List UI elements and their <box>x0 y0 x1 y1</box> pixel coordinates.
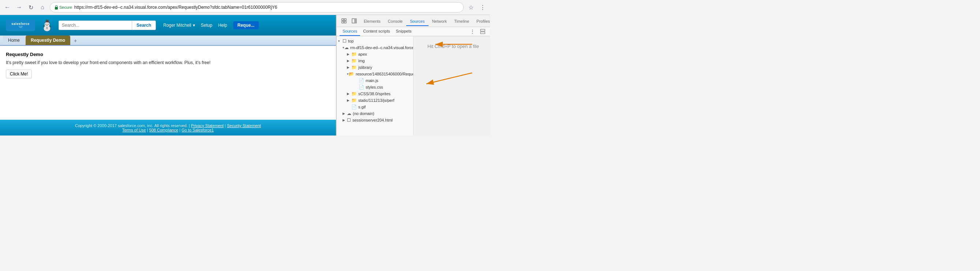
sf-footer-privacy[interactable]: Privacy Statement <box>191 123 224 128</box>
reload-button[interactable]: ↻ <box>26 3 35 12</box>
svg-rect-0 <box>55 7 58 10</box>
tree-label-scss: sCSS/38.0/sprites <box>358 92 390 96</box>
sf-footer-508[interactable]: 508 Compliance <box>149 128 178 132</box>
sources-right-panel: Hit Cmd+P to open a file <box>414 36 490 136</box>
browser-chrome: ← → ↻ ⌂ Secure https://rm-df15-dev-ed--c… <box>0 0 490 15</box>
tree-item-static[interactable]: ▶ 📁 static/111213/js/perf <box>337 97 413 104</box>
file-icon-stylescss: 📄 <box>359 84 364 90</box>
sf-tab-home[interactable]: Home <box>3 35 25 45</box>
tree-arrow-apex: ▶ <box>347 53 351 56</box>
tree-item-nodomain[interactable]: ▶ ☁ (no domain) <box>337 110 413 117</box>
address-bar[interactable]: Secure https://rm-df15-dev-ed--c.na34.vi… <box>50 2 464 13</box>
sf-search-container: Search <box>59 21 156 30</box>
forward-button[interactable]: → <box>14 3 24 12</box>
tree-arrow-session: ▶ <box>342 118 347 122</box>
folder-icon-img: 📁 <box>351 58 357 63</box>
devtools-toolbar-icons <box>338 15 360 27</box>
sf-footer-security[interactable]: Security Statement <box>227 123 261 128</box>
sf-footer-terms[interactable]: Terms of Use <box>122 128 146 132</box>
sources-body: ▾ ☐ top ▾ ☁ rm-df15-dev-ed--c.na34.visua… <box>337 36 490 136</box>
tree-arrow-nodomain: ▶ <box>342 112 347 115</box>
sources-tree: ▾ ☐ top ▾ ☁ rm-df15-dev-ed--c.na34.visua… <box>337 36 414 136</box>
tree-label-jslibrary: jslibrary <box>358 65 372 70</box>
devtools-tab-elements[interactable]: Elements <box>360 17 384 26</box>
tree-item-mainjs[interactable]: ▶ 📄 main.js <box>337 77 413 84</box>
cloud-icon-nodomain: ☁ <box>347 111 351 116</box>
tree-label-stylescss: styles.css <box>366 85 383 89</box>
devtools-inspect-icon[interactable] <box>340 16 348 25</box>
sf-search-input[interactable] <box>59 21 132 30</box>
settings-icon[interactable]: ⋮ <box>478 3 487 12</box>
tree-arrow-scss: ▶ <box>347 92 351 96</box>
tree-item-resource[interactable]: ▾ 📂 resource/1486315406000/RequestlyDemo <box>337 71 413 77</box>
devtools-tabs: Elements Console Sources Network Timelin… <box>360 16 490 26</box>
tree-arrow-top: ▾ <box>338 39 342 43</box>
lock-icon <box>54 5 58 10</box>
folder-icon-static: 📁 <box>351 98 357 103</box>
sources-tab-icons: ⋮ <box>468 27 487 36</box>
tree-label-session: sessionserver204.html <box>352 118 393 122</box>
svg-rect-3 <box>342 21 344 23</box>
sources-layout-icon[interactable] <box>478 27 487 36</box>
sf-nav-help[interactable]: Help <box>218 23 227 28</box>
tree-item-scss[interactable]: ▶ 📁 sCSS/38.0/sprites <box>337 91 413 97</box>
sources-menu-icon[interactable]: ⋮ <box>468 27 477 36</box>
folder-icon-top: ☐ <box>342 38 347 43</box>
tree-item-apex[interactable]: ▶ 📁 apex <box>337 51 413 57</box>
tree-item-session[interactable]: ▶ ☐ sessionserver204.html <box>337 117 413 123</box>
devtools-tab-profiles[interactable]: Profiles <box>473 17 490 26</box>
svg-rect-6 <box>354 19 356 23</box>
home-button[interactable]: ⌂ <box>38 3 47 12</box>
bookmark-icon[interactable]: ☆ <box>466 3 476 12</box>
tree-item-sgif[interactable]: ▶ 📄 s.gif <box>337 104 413 110</box>
tree-item-stylescss[interactable]: ▶ 📄 styles.css <box>337 84 413 91</box>
folder-icon-apex: 📁 <box>351 52 357 57</box>
sources-tab-sources[interactable]: Sources <box>340 27 360 36</box>
devtools-tab-sources[interactable]: Sources <box>406 17 428 26</box>
tree-label-apex: apex <box>358 52 367 56</box>
svg-rect-1 <box>342 19 344 21</box>
secure-label: Secure <box>59 5 72 10</box>
devtools-tab-network[interactable]: Network <box>428 17 450 26</box>
tree-item-top[interactable]: ▾ ☐ top <box>337 38 413 44</box>
sf-page-title: Requestly Demo <box>6 52 330 57</box>
file-icon-sgif: 📄 <box>351 104 357 110</box>
annotation-arrows <box>414 36 490 136</box>
url-text: https://rm-df15-dev-ed--c.na34.visual.fo… <box>74 5 459 10</box>
tree-label-mainjs: main.js <box>366 78 379 83</box>
sf-nav-setup[interactable]: Setup <box>201 23 212 28</box>
tree-arrow-static: ▶ <box>347 99 351 102</box>
sf-header: salesforce '17 ⛄ Search Roger Mitchell ▾… <box>0 15 336 35</box>
tree-item-img[interactable]: ▶ 📁 img <box>337 57 413 64</box>
tree-item-domain[interactable]: ▾ ☁ rm-df15-dev-ed--c.na34.visual.force.… <box>337 44 413 51</box>
sf-tab-requestly[interactable]: Requestly Demo <box>25 35 70 45</box>
sf-nav-primary-btn[interactable]: Reque... <box>233 21 259 29</box>
tree-label-domain: rm-df15-dev-ed--c.na34.visual.force.com <box>350 45 414 50</box>
sources-tab-content-scripts[interactable]: Content scripts <box>360 27 393 36</box>
devtools-tab-timeline[interactable]: Timeline <box>450 17 473 26</box>
back-button[interactable]: ← <box>3 3 12 12</box>
sources-tab-snippets[interactable]: Snippets <box>393 27 415 36</box>
folder-icon-jslibrary: 📁 <box>351 65 357 70</box>
devtools-tab-console[interactable]: Console <box>384 17 406 26</box>
tree-label-static: static/111213/js/perf <box>358 98 394 102</box>
sf-page-body: It's pretty sweet if you love to develop… <box>6 60 330 65</box>
tree-arrow-jslibrary: ▶ <box>347 65 351 69</box>
salesforce-main: salesforce '17 ⛄ Search Roger Mitchell ▾… <box>0 15 336 136</box>
svg-rect-2 <box>344 19 346 21</box>
sf-nav-user[interactable]: Roger Mitchell ▾ <box>163 23 195 28</box>
sf-year: '17 <box>19 26 23 29</box>
sf-tabs: Home Requestly Demo + <box>0 35 336 46</box>
devtools-tabs-bar: Elements Console Sources Network Timelin… <box>337 15 490 27</box>
devtools-dock-icon[interactable] <box>350 16 359 25</box>
tree-label-resource: resource/1486315406000/RequestlyDemo <box>356 72 414 76</box>
tree-item-jslibrary[interactable]: ▶ 📁 jslibrary <box>337 64 413 71</box>
sf-search-button[interactable]: Search <box>132 21 156 30</box>
sf-logo: salesforce '17 <box>6 19 35 31</box>
sf-tab-add[interactable]: + <box>71 36 80 45</box>
sf-snowman: ⛄ <box>40 18 54 33</box>
tree-arrow-img: ▶ <box>347 59 351 63</box>
svg-rect-8 <box>480 32 485 34</box>
sf-click-button[interactable]: Click Me! <box>6 70 32 78</box>
sf-footer-goto[interactable]: Go to Salesforce1 <box>181 128 214 132</box>
